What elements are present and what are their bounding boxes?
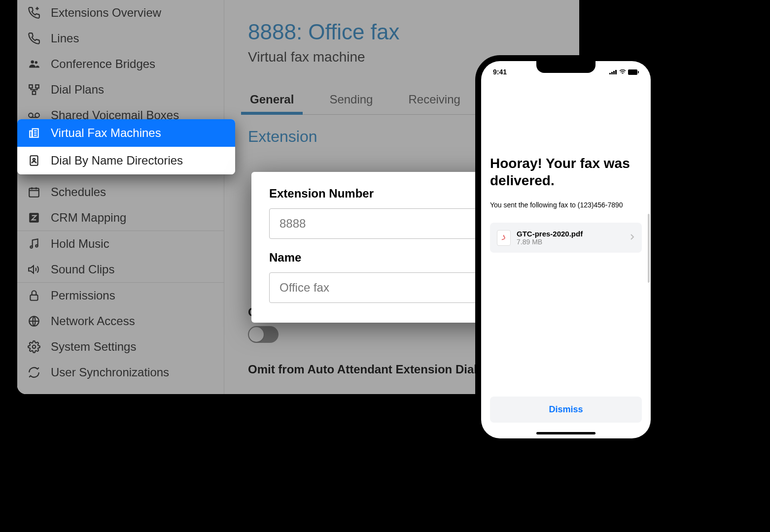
music-icon bbox=[27, 237, 41, 250]
gear-icon bbox=[27, 340, 41, 353]
svg-rect-18 bbox=[609, 73, 611, 74]
svg-rect-20 bbox=[613, 71, 615, 74]
sidebar-item-label: Lines bbox=[51, 32, 79, 45]
sidebar-item-sound-clips[interactable]: Sound Clips bbox=[17, 257, 224, 282]
sidebar-item-label: Network Access bbox=[51, 314, 135, 328]
sidebar-item-label: System Settings bbox=[51, 340, 136, 354]
svg-rect-23 bbox=[638, 71, 639, 73]
status-icons bbox=[609, 68, 639, 76]
signal-icon bbox=[609, 69, 617, 74]
z-icon bbox=[27, 211, 41, 224]
omit-directory-toggle[interactable] bbox=[248, 326, 279, 343]
svg-rect-21 bbox=[615, 70, 617, 74]
battery-icon bbox=[628, 69, 639, 75]
calendar-icon bbox=[27, 186, 41, 199]
dismiss-button[interactable]: Dismiss bbox=[490, 397, 642, 423]
phone-headline: Hooray! Your fax was delivered. bbox=[490, 155, 642, 189]
sidebar-item-hold-music[interactable]: Hold Music bbox=[17, 231, 224, 257]
file-row[interactable]: GTC-pres-2020.pdf 7.89 MB bbox=[490, 223, 642, 253]
sidebar-item-label: Conference Bridges bbox=[51, 57, 155, 71]
sidebar-item-dial-plans[interactable]: Dial Plans bbox=[17, 77, 224, 102]
sidebar-item-system-settings[interactable]: System Settings bbox=[17, 334, 224, 360]
sidebar-highlight-group: Virtual Fax Machines Dial By Name Direct… bbox=[17, 119, 235, 174]
phone-notch bbox=[536, 61, 595, 73]
sidebar-item-user-sync[interactable]: User Synchronizations bbox=[17, 360, 224, 385]
svg-point-17 bbox=[33, 159, 35, 161]
sidebar-item-label: Dial By Name Directories bbox=[51, 154, 183, 167]
file-name: GTC-pres-2020.pdf bbox=[517, 230, 624, 238]
sidebar-item-schedules[interactable]: Schedules bbox=[17, 179, 224, 205]
lock-icon bbox=[27, 289, 41, 302]
sidebar-item-extensions-overview[interactable]: Extensions Overview bbox=[17, 0, 224, 26]
speaker-icon bbox=[27, 263, 41, 276]
svg-rect-11 bbox=[30, 295, 37, 300]
sidebar-item-label: Permissions bbox=[51, 289, 115, 302]
svg-point-5 bbox=[29, 113, 33, 118]
svg-point-1 bbox=[35, 61, 37, 64]
svg-rect-3 bbox=[35, 85, 39, 88]
sync-icon bbox=[27, 366, 41, 379]
pdf-icon bbox=[497, 230, 511, 246]
phone-subtext: You sent the following fax to (123)456-7… bbox=[490, 201, 642, 209]
sidebar-item-label: Extensions Overview bbox=[51, 6, 161, 20]
sidebar-item-network-access[interactable]: Network Access bbox=[17, 308, 224, 334]
sidebar-item-dial-by-name[interactable]: Dial By Name Directories bbox=[17, 147, 235, 174]
phone-icon bbox=[27, 32, 41, 45]
phone-scrollbar[interactable] bbox=[648, 214, 650, 283]
svg-rect-22 bbox=[628, 69, 637, 75]
svg-point-6 bbox=[35, 113, 39, 118]
tab-general[interactable]: General bbox=[248, 88, 296, 114]
fax-icon bbox=[27, 127, 41, 139]
sidebar-item-label: Dial Plans bbox=[51, 83, 104, 97]
tab-sending[interactable]: Sending bbox=[327, 88, 375, 114]
group-icon bbox=[27, 58, 41, 70]
svg-point-10 bbox=[35, 245, 37, 247]
sidebar-item-label: User Synchronizations bbox=[51, 366, 169, 379]
svg-point-0 bbox=[31, 60, 35, 64]
phone-plus-icon bbox=[27, 6, 41, 19]
chevron-right-icon bbox=[630, 233, 635, 242]
svg-rect-4 bbox=[33, 91, 36, 95]
sidebar-item-label: Hold Music bbox=[51, 237, 109, 251]
svg-point-9 bbox=[30, 246, 32, 248]
svg-rect-7 bbox=[29, 188, 39, 197]
sidebar-item-label: Virtual Fax Machines bbox=[51, 126, 161, 140]
sidebar-item-label: CRM Mapping bbox=[51, 211, 126, 225]
status-time: 9:41 bbox=[493, 68, 507, 76]
sidebar-item-lines[interactable]: Lines bbox=[17, 26, 224, 51]
sidebar-item-virtual-fax[interactable]: Virtual Fax Machines bbox=[17, 119, 235, 147]
svg-rect-14 bbox=[30, 131, 32, 137]
svg-rect-2 bbox=[29, 85, 33, 88]
sidebar-item-label: Schedules bbox=[51, 185, 106, 199]
wifi-icon bbox=[619, 69, 626, 74]
phone-frame: 9:41 Hooray! Your fax was delivered. You… bbox=[475, 55, 657, 444]
sidebar-item-conference-bridges[interactable]: Conference Bridges bbox=[17, 51, 224, 77]
tree-icon bbox=[27, 83, 41, 96]
globe-icon bbox=[27, 315, 41, 328]
svg-rect-19 bbox=[611, 72, 613, 74]
page-title: 8888: Office fax bbox=[248, 20, 556, 44]
directory-icon bbox=[27, 154, 41, 167]
svg-point-13 bbox=[33, 345, 36, 349]
sidebar-item-label: Sound Clips bbox=[51, 263, 114, 276]
sidebar-item-permissions[interactable]: Permissions bbox=[17, 283, 224, 308]
home-indicator[interactable] bbox=[536, 432, 595, 434]
sidebar-item-crm-mapping[interactable]: CRM Mapping bbox=[17, 205, 224, 231]
tab-receiving[interactable]: Receiving bbox=[406, 88, 462, 114]
file-size: 7.89 MB bbox=[517, 238, 624, 246]
